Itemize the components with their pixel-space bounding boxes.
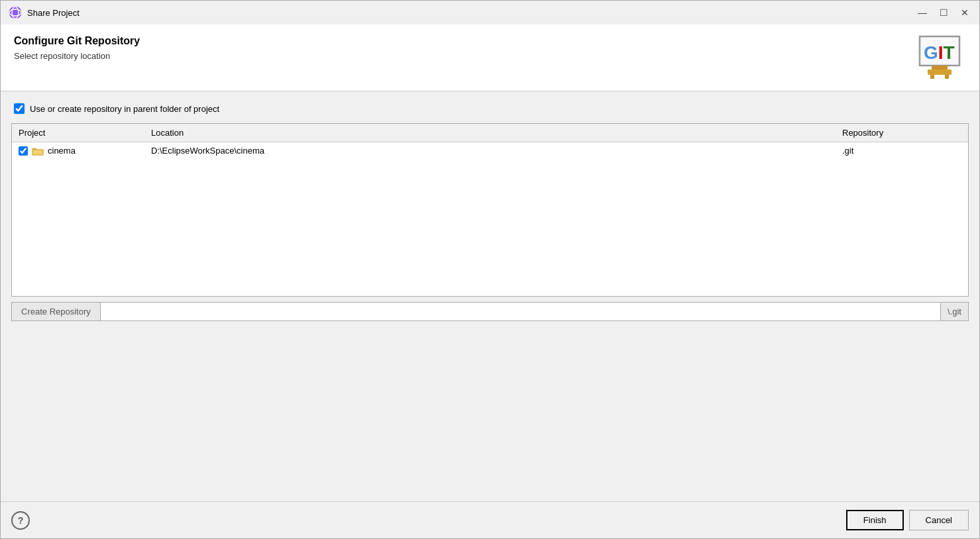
parent-folder-label[interactable]: Use or create repository in parent folde…: [30, 104, 219, 114]
header-title: Configure Git Repository: [14, 35, 918, 47]
maximize-button[interactable]: ☐: [937, 6, 950, 19]
cancel-button[interactable]: Cancel: [909, 510, 969, 530]
folder-icon: [32, 146, 44, 156]
svg-rect-5: [932, 66, 948, 70]
help-button[interactable]: ?: [11, 511, 30, 530]
title-bar: Share Project — ☐ ✕: [1, 1, 979, 24]
git-logo-svg: GIT: [918, 35, 966, 80]
create-repository-button[interactable]: Create Repository: [11, 302, 101, 321]
table-row: cinema D:\EclipseWorkSpace\cinema.git: [12, 142, 968, 160]
table-body: cinema D:\EclipseWorkSpace\cinema.git: [12, 142, 968, 160]
project-name: cinema: [48, 146, 76, 156]
create-repository-row: Create Repository \.git: [11, 302, 969, 321]
header-area: Configure Git Repository Select reposito…: [1, 24, 979, 91]
title-bar-controls: — ☐ ✕: [916, 6, 971, 19]
close-button[interactable]: ✕: [958, 6, 971, 19]
git-logo: GIT: [918, 35, 966, 80]
window-title: Share Project: [27, 8, 80, 18]
header-subtitle: Select repository location: [14, 51, 918, 61]
svg-rect-6: [928, 70, 952, 75]
minimize-button[interactable]: —: [916, 6, 929, 19]
svg-rect-7: [930, 75, 934, 79]
parent-folder-checkbox-row: Use or create repository in parent folde…: [11, 99, 969, 118]
footer-right: Finish Cancel: [846, 510, 969, 530]
col-header-location: Location: [144, 124, 836, 142]
svg-point-0: [9, 7, 21, 19]
content-area: Use or create repository in parent folde…: [1, 91, 979, 501]
app-icon: [9, 6, 22, 19]
repository-suffix: \.git: [941, 302, 969, 321]
dialog: Share Project — ☐ ✕ Configure Git Reposi…: [0, 0, 980, 539]
parent-folder-checkbox[interactable]: [14, 103, 25, 114]
title-bar-left: Share Project: [9, 6, 80, 19]
finish-button[interactable]: Finish: [846, 510, 904, 530]
location-cell: D:\EclipseWorkSpace\cinema: [144, 142, 836, 160]
repository-cell: .git: [836, 142, 968, 160]
content-spacer: [11, 321, 969, 493]
repository-path-input[interactable]: [101, 302, 941, 321]
projects-table-container: Project Location Repository: [11, 123, 969, 297]
header-text: Configure Git Repository Select reposito…: [14, 35, 918, 61]
footer: ? Finish Cancel: [1, 501, 979, 538]
svg-text:GIT: GIT: [924, 42, 955, 63]
footer-left: ?: [11, 511, 30, 530]
col-header-project: Project: [12, 124, 144, 142]
project-checkbox-0[interactable]: [19, 146, 28, 156]
svg-rect-8: [945, 75, 949, 79]
projects-table: Project Location Repository: [12, 124, 968, 159]
col-header-repository: Repository: [836, 124, 968, 142]
project-cell: cinema: [12, 142, 144, 160]
table-header-row: Project Location Repository: [12, 124, 968, 142]
